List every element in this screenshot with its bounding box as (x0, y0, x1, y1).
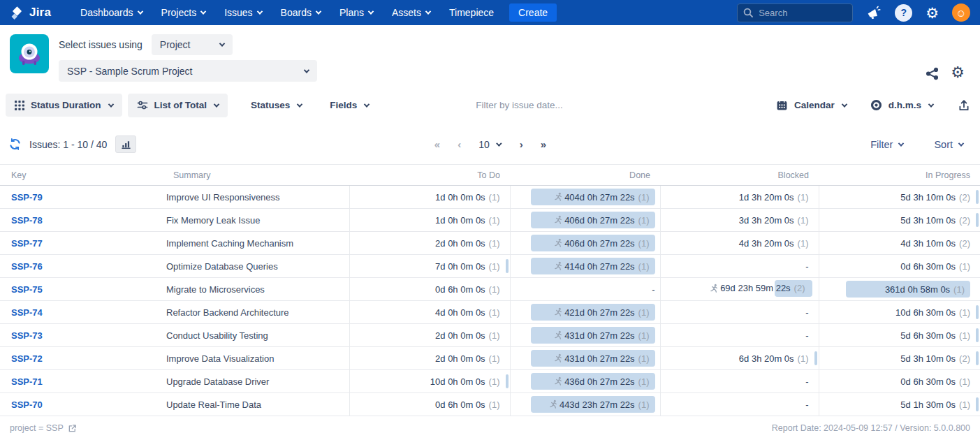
chevron-down-icon (108, 101, 113, 107)
table-row[interactable]: SSP-75 Migrate to Microservices 0d 6h 0m… (0, 278, 980, 301)
header-actions (926, 34, 970, 82)
duration-value: 5d 1h 30m 0s(1) (900, 399, 970, 410)
column-header-inprogress[interactable]: In Progress (819, 165, 980, 186)
chevron-down-icon (137, 8, 142, 14)
table-row[interactable]: SSP-72 Improve Data Visualization 2d 0h … (0, 347, 980, 370)
runner-icon (553, 238, 563, 248)
key-cell: SSP-78 (0, 209, 162, 232)
list-mode-button[interactable]: List of Total (128, 94, 228, 117)
issue-summary: Improve Data Visualization (162, 347, 349, 370)
user-avatar[interactable] (952, 3, 970, 22)
issue-key-link[interactable]: SSP-78 (11, 215, 43, 226)
column-header-todo[interactable]: To Do (349, 165, 510, 186)
report-settings-gear-icon[interactable] (951, 65, 965, 80)
announcements-megaphone-icon[interactable] (866, 5, 882, 20)
column-header-done[interactable]: Done (510, 165, 660, 186)
column-header-blocked[interactable]: Blocked (660, 165, 819, 186)
duration-value: - (805, 330, 808, 341)
running-status-pill: 404d 0h 27m 22s(1) (531, 189, 655, 205)
table-row[interactable]: SSP-74 Refactor Backend Architecture 4d … (0, 301, 980, 324)
create-button[interactable]: Create (509, 3, 557, 22)
duration-value: 0d 6h 30m 0s(1) (900, 261, 970, 272)
duration-value: 7d 0h 0m 0s(1) (435, 261, 499, 272)
table-row[interactable]: SSP-79 Improve UI Responsiveness 1d 0h 0… (0, 186, 980, 209)
external-link-icon[interactable] (68, 424, 77, 433)
blocked-cell: - (660, 255, 819, 278)
fields-button[interactable]: Fields (321, 94, 378, 117)
table-row[interactable]: SSP-71 Upgrade Database Driver 10d 0h 0m… (0, 370, 980, 393)
duration-value: 1d 0h 0m 0s(1) (435, 215, 499, 226)
table-row[interactable]: SSP-76 Optimize Database Queries 7d 0h 0… (0, 255, 980, 278)
page-size-select[interactable]: 10 (478, 139, 502, 150)
sort-button[interactable]: Sort (934, 139, 963, 150)
table-row[interactable]: SSP-70 Update Real-Time Data 0d 6h 0m 0s… (0, 393, 980, 416)
issue-key-link[interactable]: SSP-77 (11, 238, 43, 249)
issues-count-label: Issues: 1 - 10 / 40 (29, 139, 107, 150)
report-type-button[interactable]: Status Duration (6, 94, 122, 117)
done-cell: 421d 0h 27m 22s(1) (510, 301, 660, 324)
inprogress-cell: 5d 1h 30m 0s(1) (819, 393, 980, 416)
nav-item-timepiece[interactable]: Timepiece (449, 7, 494, 18)
share-icon[interactable] (926, 67, 939, 80)
issue-key-link[interactable]: SSP-74 (11, 307, 43, 318)
key-cell: SSP-76 (0, 255, 162, 278)
jira-logo[interactable]: Jira (10, 6, 51, 20)
blocked-cell: - (660, 301, 819, 324)
issue-key-link[interactable]: SSP-71 (11, 376, 43, 387)
pagination-controls: 10 (434, 138, 546, 150)
nav-item-dashboards[interactable]: Dashboards (80, 7, 142, 18)
duration-minibar (976, 328, 979, 342)
nav-item-plans[interactable]: Plans (339, 7, 373, 18)
next-page-button[interactable] (520, 138, 522, 150)
project-select[interactable]: SSP - Sample Scrum Project (59, 60, 317, 82)
time-format-button[interactable]: d.h.m.s (861, 93, 942, 117)
calendar-button[interactable]: Calendar (767, 93, 856, 117)
nav-item-projects[interactable]: Projects (161, 7, 206, 18)
issue-key-link[interactable]: SSP-79 (11, 192, 43, 203)
blocked-cell: 1d 3h 20m 0s(1) (660, 186, 819, 209)
running-status-pill: 361d 0h 58m 0s(1) (846, 281, 970, 298)
running-status-pill: 443d 23h 27m 22s(1) (531, 396, 655, 413)
help-icon[interactable] (895, 4, 912, 22)
nav-item-issues[interactable]: Issues (224, 7, 261, 18)
table-row[interactable]: SSP-78 Fix Memory Leak Issue 1d 0h 0m 0s… (0, 209, 980, 232)
statuses-button[interactable]: Statuses (242, 94, 311, 117)
previous-page-button[interactable] (458, 138, 460, 150)
issue-key-link[interactable]: SSP-72 (11, 353, 43, 364)
table-row[interactable]: SSP-73 Conduct Usability Testing 2d 0h 0… (0, 324, 980, 347)
export-icon[interactable] (958, 99, 970, 112)
chart-view-toggle[interactable] (115, 135, 136, 153)
duration-value: 5d 3h 10m 0s(2) (900, 215, 970, 226)
column-header-key[interactable]: Key (0, 165, 162, 186)
key-cell: SSP-71 (0, 370, 162, 393)
issue-key-link[interactable]: SSP-76 (11, 261, 43, 272)
settings-gear-icon[interactable] (926, 6, 939, 20)
table-row[interactable]: SSP-77 Implement Caching Mechanism 2d 0h… (0, 232, 980, 255)
nav-right-actions (737, 3, 970, 22)
filter-button[interactable]: Filter (870, 139, 903, 150)
time-format-icon (870, 99, 882, 111)
column-header-summary[interactable]: Summary (162, 165, 349, 186)
duration-value: 5d 6h 30m 0s(1) (900, 330, 970, 341)
calendar-icon (776, 99, 788, 111)
issue-key-link[interactable]: SSP-70 (11, 399, 43, 410)
issue-key-link[interactable]: SSP-75 (11, 284, 43, 295)
chevron-down-icon (364, 101, 370, 107)
key-cell: SSP-70 (0, 393, 162, 416)
refresh-icon[interactable] (8, 138, 22, 151)
inprogress-cell: 5d 6h 30m 0s(1) (819, 324, 980, 347)
blocked-cell: - (660, 324, 819, 347)
issue-source-mode-select[interactable]: Project (152, 34, 233, 55)
select-issues-label: Select issues using (59, 39, 142, 50)
issue-date-filter[interactable]: Filter by issue date... (476, 100, 563, 110)
issue-key-link[interactable]: SSP-73 (11, 330, 43, 341)
last-page-button[interactable] (541, 138, 546, 150)
nav-item-assets[interactable]: Assets (392, 7, 430, 18)
todo-cell: 0d 6h 0m 0s(1) (349, 278, 510, 301)
search-input[interactable] (737, 3, 853, 22)
runner-icon (553, 353, 563, 363)
nav-item-boards[interactable]: Boards (281, 7, 321, 18)
duration-minibar (976, 305, 979, 319)
issue-summary: Update Real-Time Data (162, 393, 349, 416)
first-page-button[interactable] (434, 138, 439, 150)
